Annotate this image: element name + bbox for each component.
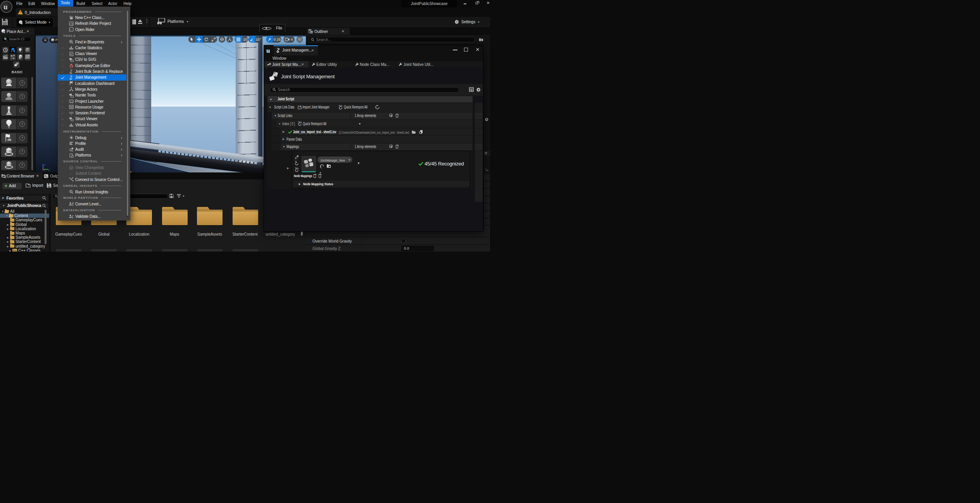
svg-text:X: X [43,169,45,171]
svg-text:Z: Z [44,164,45,166]
svg-text:{···: {··· [70,29,73,31]
svg-text:Y: Y [48,169,50,171]
svg-text:u: u [70,190,71,193]
svg-text:C: C [70,53,72,55]
svg-text:{: { [70,22,71,25]
svg-text:C++: C++ [69,16,73,18]
